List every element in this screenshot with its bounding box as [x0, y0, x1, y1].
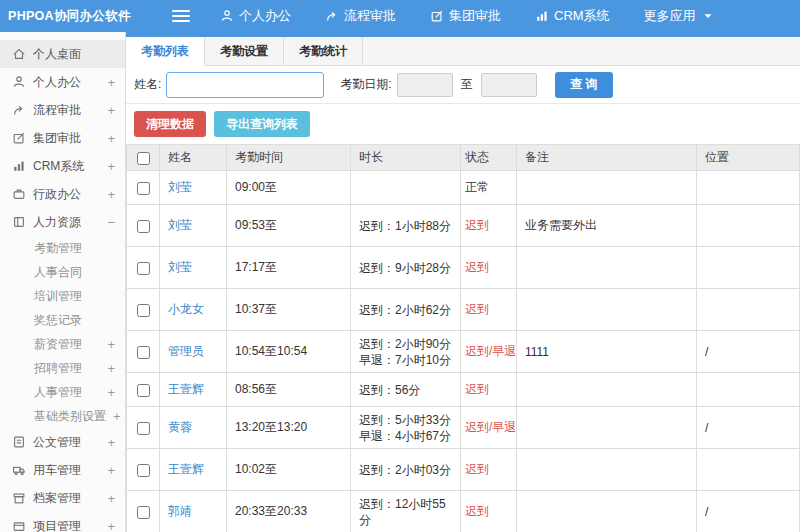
sidebar-item-人力资源[interactable]: 人力资源−: [0, 208, 125, 236]
cell-status: 迟到: [461, 205, 517, 247]
employee-name-link[interactable]: 刘莹: [168, 260, 192, 274]
sidebar-item-培训管理[interactable]: 培训管理: [0, 284, 125, 308]
date-to-input[interactable]: [481, 73, 537, 97]
clear-data-button[interactable]: 清理数据: [134, 111, 206, 137]
duration-line: 迟到：2小时90分: [359, 336, 452, 352]
row-checkbox[interactable]: [137, 262, 150, 275]
expand-icon[interactable]: +: [107, 75, 115, 90]
nav-item-集团审批[interactable]: 集团审批: [430, 7, 501, 25]
sidebar-item-label: 奖惩记录: [34, 312, 82, 329]
tab-考勤设置[interactable]: 考勤设置: [205, 37, 284, 65]
sidebar-item-档案管理[interactable]: 档案管理+: [0, 484, 125, 512]
expand-icon[interactable]: +: [107, 435, 115, 450]
column-header-位置: 位置: [697, 145, 800, 171]
column-header-时长: 时长: [351, 145, 461, 171]
column-header-考勤时间: 考勤时间: [227, 145, 351, 171]
main-content: 考勤列表考勤设置考勤统计 姓名: 考勤日期: 至 查 询 清理数据 导出查询列表…: [126, 32, 800, 532]
cell-note: [517, 247, 697, 289]
sidebar-item-考勤管理[interactable]: 考勤管理: [0, 236, 125, 260]
sidebar-item-人事合同[interactable]: 人事合同: [0, 260, 125, 284]
sidebar-item-个人办公[interactable]: 个人办公+: [0, 68, 125, 96]
cell-status: 迟到: [461, 491, 517, 532]
sidebar-item-label: 档案管理: [33, 490, 81, 507]
expand-icon[interactable]: +: [107, 361, 115, 376]
row-checkbox[interactable]: [137, 346, 150, 359]
export-list-button[interactable]: 导出查询列表: [214, 111, 310, 137]
sidebar-item-项目管理[interactable]: 项目管理+: [0, 512, 125, 532]
employee-name-link[interactable]: 刘莹: [168, 180, 192, 194]
book-icon: [12, 215, 26, 229]
row-checkbox[interactable]: [137, 422, 150, 435]
employee-name-link[interactable]: 黄蓉: [168, 420, 192, 434]
employee-name-link[interactable]: 刘莹: [168, 218, 192, 232]
expand-icon[interactable]: +: [107, 159, 115, 174]
tab-考勤列表[interactable]: 考勤列表: [126, 37, 205, 66]
expand-icon[interactable]: +: [107, 463, 115, 478]
select-all-header-cell: [127, 145, 160, 171]
cell-note: 1111: [517, 331, 697, 373]
row-checkbox-cell: [127, 407, 160, 449]
cell-note: [517, 449, 697, 491]
sidebar-item-label: 用车管理: [33, 462, 81, 479]
cell-name: 黄蓉: [160, 407, 227, 449]
attendance-table-wrap: 姓名考勤时间时长状态备注位置 刘莹09:00至正常刘莹09:53至迟到：1小时8…: [126, 144, 800, 532]
cell-name: 刘莹: [160, 247, 227, 289]
cell-location: [697, 449, 800, 491]
hamburger-icon[interactable]: [172, 10, 190, 22]
sidebar-item-用车管理[interactable]: 用车管理+: [0, 456, 125, 484]
employee-name-link[interactable]: 管理员: [168, 344, 204, 358]
expand-icon[interactable]: +: [107, 385, 115, 400]
employee-name-link[interactable]: 王壹辉: [168, 462, 204, 476]
expand-icon[interactable]: +: [107, 187, 115, 202]
expand-icon[interactable]: +: [107, 491, 115, 506]
cell-name: 郭靖: [160, 491, 227, 532]
name-filter-input[interactable]: [166, 72, 324, 98]
sidebar-item-薪资管理[interactable]: 薪资管理+: [0, 332, 125, 356]
sidebar-item-个人桌面[interactable]: 个人桌面: [0, 40, 125, 68]
table-row: 郭靖20:33至20:33迟到：12小时55分迟到/: [127, 491, 800, 532]
nav-item-更多应用[interactable]: 更多应用: [644, 7, 715, 25]
briefcase-icon: [12, 187, 26, 201]
expand-icon[interactable]: +: [107, 337, 115, 352]
sidebar-item-行政办公[interactable]: 行政办公+: [0, 180, 125, 208]
select-all-checkbox[interactable]: [137, 152, 150, 165]
sidebar-item-人事管理[interactable]: 人事管理+: [0, 380, 125, 404]
sidebar-item-公文管理[interactable]: 公文管理+: [0, 428, 125, 456]
row-checkbox[interactable]: [137, 506, 150, 519]
column-header-备注: 备注: [517, 145, 697, 171]
expand-icon[interactable]: +: [113, 409, 121, 424]
send-icon: [325, 9, 339, 23]
row-checkbox[interactable]: [137, 384, 150, 397]
tab-考勤统计[interactable]: 考勤统计: [284, 37, 363, 65]
search-button[interactable]: 查 询: [555, 72, 613, 98]
row-checkbox[interactable]: [137, 304, 150, 317]
date-from-input[interactable]: [397, 73, 453, 97]
sidebar-item-label: 个人办公: [33, 74, 81, 91]
table-row: 管理员10:54至10:54迟到：2小时90分早退：7小时10分迟到/早退111…: [127, 331, 800, 373]
sidebar-item-集团审批[interactable]: 集团审批+: [0, 124, 125, 152]
nav-item-流程审批[interactable]: 流程审批: [325, 7, 396, 25]
cell-name: 刘莹: [160, 171, 227, 205]
expand-icon[interactable]: +: [107, 519, 115, 532]
sidebar-item-招聘管理[interactable]: 招聘管理+: [0, 356, 125, 380]
row-checkbox[interactable]: [137, 464, 150, 477]
row-checkbox[interactable]: [137, 182, 150, 195]
user-icon: [220, 9, 234, 23]
employee-name-link[interactable]: 小龙女: [168, 302, 204, 316]
nav-item-CRM系统[interactable]: CRM系统: [535, 7, 610, 25]
collapse-icon[interactable]: −: [107, 215, 115, 230]
action-bar: 清理数据 导出查询列表: [126, 104, 800, 144]
row-checkbox[interactable]: [137, 220, 150, 233]
sidebar-item-流程审批[interactable]: 流程审批+: [0, 96, 125, 124]
sidebar-item-基础类别设置[interactable]: 基础类别设置+: [0, 404, 125, 428]
cell-note: [517, 491, 697, 532]
cell-status: 迟到: [461, 289, 517, 331]
expand-icon[interactable]: +: [107, 103, 115, 118]
nav-item-个人办公[interactable]: 个人办公: [220, 7, 291, 25]
employee-name-link[interactable]: 郭靖: [168, 504, 192, 518]
sidebar-item-奖惩记录[interactable]: 奖惩记录: [0, 308, 125, 332]
cell-duration: 迟到：2小时03分: [351, 449, 461, 491]
expand-icon[interactable]: +: [107, 131, 115, 146]
employee-name-link[interactable]: 王壹辉: [168, 382, 204, 396]
sidebar-item-CRM系统[interactable]: CRM系统+: [0, 152, 125, 180]
